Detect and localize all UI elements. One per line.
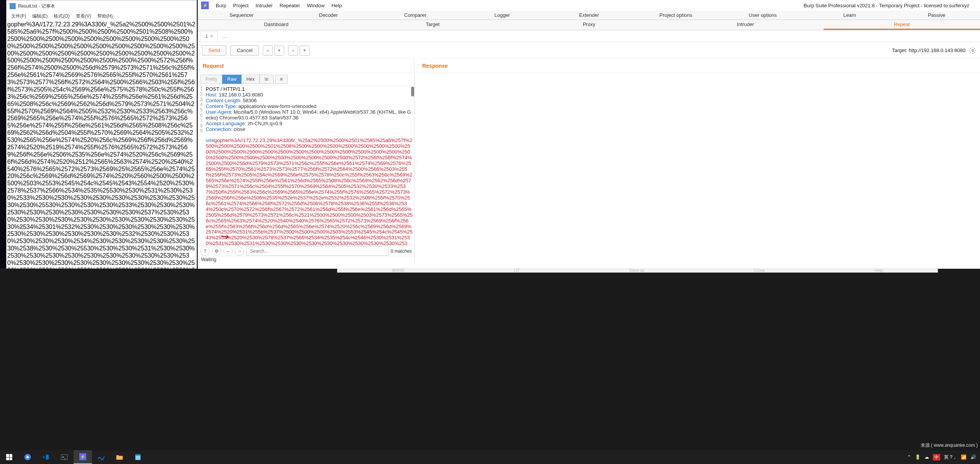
request-tab-1-label: 1	[205, 34, 208, 39]
tray-network-icon[interactable]: 📶	[961, 454, 967, 460]
view-raw[interactable]: Raw	[222, 75, 241, 84]
nav-next-drop[interactable]: ▾	[300, 46, 310, 56]
tab-project-options[interactable]: Project options	[633, 11, 719, 20]
search-matches: 0 matches	[391, 248, 412, 254]
notepad-window: Result.txt - 记事本 文件(F) 编辑(E) 格式(O) 查看(V)…	[6, 0, 197, 269]
request-tab-1[interactable]: 1 ×	[200, 31, 218, 41]
view-newline[interactable]: \n	[260, 75, 274, 84]
search-input[interactable]	[246, 247, 388, 256]
menu-repeater[interactable]: Repeater	[280, 3, 300, 8]
search-prev-icon[interactable]: ←	[223, 247, 233, 256]
notepad-titlebar[interactable]: Result.txt - 记事本	[7, 0, 197, 12]
tab-comparer[interactable]: Comparer	[372, 11, 459, 20]
burp-main-tabs: Sequencer Decoder Comparer Logger Extend…	[198, 11, 980, 20]
menu-format[interactable]: 格式(O)	[51, 12, 72, 20]
taskbar-explorer[interactable]	[110, 450, 129, 464]
request-title: Request	[198, 59, 414, 73]
start-button[interactable]	[0, 450, 18, 464]
svg-rect-6	[135, 454, 140, 456]
notepad-content[interactable]: gopher%3A//172.72.23.29%3A3306/_%25a2%25…	[7, 20, 197, 268]
tab-decoder[interactable]: Decoder	[285, 11, 372, 20]
menu-view[interactable]: 查看(V)	[74, 12, 93, 20]
scrollbar-thumb[interactable]	[411, 87, 414, 96]
repeater-toolbar: Send Cancel < ▾ > ▾ Target: http://192.1…	[198, 42, 980, 59]
notepad-app-icon	[134, 453, 142, 461]
folder-icon	[116, 453, 123, 461]
svg-point-0	[972, 49, 974, 51]
help-icon[interactable]: ?	[200, 247, 210, 256]
burp-window: ⚡ Burp Project Intruder Repeater Window …	[198, 0, 980, 269]
nav-next-button[interactable]: >	[288, 46, 298, 56]
taskbar-notepad[interactable]	[129, 450, 147, 464]
tray-cloud-icon[interactable]: ☁	[924, 454, 929, 460]
menu-burp[interactable]: Burp	[216, 3, 226, 8]
burp-titlebar[interactable]: ⚡ Burp Project Intruder Repeater Window …	[198, 0, 980, 11]
background-window-strip: 协作机 UT Save as Close Help	[337, 268, 938, 273]
request-bottom-bar: ? ⚙ ← → 0 matches	[198, 245, 414, 257]
taskbar-burp[interactable]: ⚡	[74, 450, 92, 464]
target-label[interactable]: Target: http://192.168.0.143:8080	[892, 47, 965, 53]
windows-icon	[6, 454, 12, 460]
chrome-icon	[24, 453, 31, 461]
tab-passive[interactable]: Passive	[893, 11, 980, 20]
burp-icon: ⚡	[79, 453, 86, 460]
taskbar-chrome[interactable]	[18, 450, 37, 464]
tab-intruder-sub[interactable]: Intruder	[667, 20, 824, 30]
menu-project[interactable]: Project	[233, 3, 248, 8]
view-pretty[interactable]: Pretty	[200, 75, 222, 84]
request-pane: Request Pretty Raw Hex \n ≡ 123456789POS…	[198, 59, 415, 263]
burp-menubar: Burp Project Intruder Repeater Window He…	[216, 3, 342, 8]
tab-extender[interactable]: Extender	[546, 11, 633, 20]
view-menu-icon[interactable]: ≡	[275, 75, 288, 84]
menu-window[interactable]: Window	[307, 3, 324, 8]
send-button[interactable]: Send	[202, 45, 226, 56]
request-editor[interactable]: 123456789POST / HTTP/1.1Host: 192.168.0.…	[198, 86, 414, 263]
repeater-request-tabs: 1 × ...	[198, 30, 980, 42]
taskbar: >_ ⚡ ⌃ 🔋 ☁ 中 英 ?， 📶 🔊	[0, 450, 980, 464]
burp-window-title: Burp Suite Professional v2021.8 - Tempor…	[803, 3, 969, 8]
notepad-icon	[10, 3, 16, 9]
search-next-icon[interactable]: →	[235, 247, 244, 256]
tray-volume-icon[interactable]: 🔊	[970, 454, 976, 460]
nav-prev-drop[interactable]: ▾	[274, 46, 284, 56]
request-tab-new[interactable]: ...	[218, 31, 231, 41]
taskbar-terminal[interactable]: >_	[55, 450, 74, 464]
close-icon[interactable]: ×	[210, 34, 213, 39]
taskbar-tray: ⌃ 🔋 ☁ 中 英 ?， 📶 🔊	[907, 454, 980, 461]
tray-battery-icon[interactable]: 🔋	[915, 454, 921, 460]
tab-proxy[interactable]: Proxy	[511, 20, 667, 30]
tab-dashboard[interactable]: Dashboard	[198, 20, 354, 30]
tray-up-icon[interactable]: ⌃	[907, 454, 911, 460]
wireshark-icon	[97, 453, 105, 461]
menu-help[interactable]: Help	[331, 3, 342, 8]
menu-edit[interactable]: 编辑(E)	[30, 12, 50, 20]
request-view-tabs: Pretty Raw Hex \n ≡	[198, 73, 414, 86]
taskbar-vscode[interactable]	[37, 450, 55, 464]
ime-text[interactable]: 英 ?，	[944, 454, 957, 461]
menu-intruder[interactable]: Intruder	[256, 3, 273, 8]
tab-logger[interactable]: Logger	[459, 11, 546, 20]
status-line: Waiting	[198, 257, 414, 263]
tab-target[interactable]: Target	[354, 20, 511, 30]
cancel-button[interactable]: Cancel	[230, 45, 259, 56]
tab-user-options[interactable]: User options	[719, 11, 806, 20]
watermark: 来源 ( www.anquanke.com )	[921, 442, 978, 449]
gear-icon[interactable]	[969, 47, 976, 54]
settings-icon[interactable]: ⚙	[212, 247, 221, 256]
pane-splitter[interactable]: ⋮	[415, 59, 418, 263]
response-pane: Response	[418, 59, 980, 263]
svg-text:>_: >_	[62, 455, 66, 459]
vscode-icon	[42, 453, 50, 461]
tab-sequencer[interactable]: Sequencer	[198, 11, 285, 20]
menu-file[interactable]: 文件(F)	[9, 12, 28, 20]
nav-prev-button[interactable]: <	[263, 46, 273, 56]
menu-help[interactable]: 帮助(H)	[95, 12, 115, 20]
ime-indicator[interactable]: 中	[933, 454, 940, 461]
view-hex[interactable]: Hex	[241, 75, 259, 84]
svg-point-2	[26, 456, 29, 459]
taskbar-wireshark[interactable]	[92, 450, 110, 464]
burp-logo-icon: ⚡	[201, 2, 209, 9]
response-title: Response	[418, 59, 980, 73]
tab-repeater-sub[interactable]: Repeat	[824, 20, 980, 30]
tab-learn[interactable]: Learn	[806, 11, 893, 20]
